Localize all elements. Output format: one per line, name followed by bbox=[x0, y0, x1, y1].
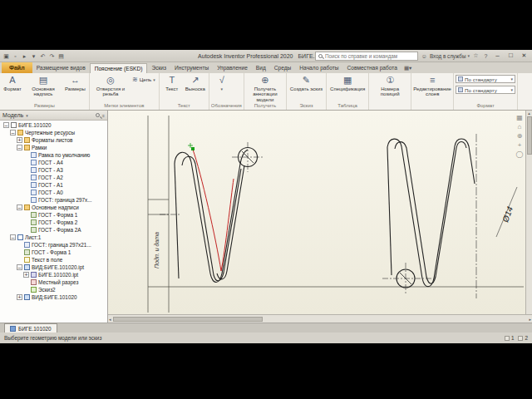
collapse-icon[interactable]: – bbox=[10, 234, 16, 240]
create-sketch-button[interactable]: ✎Создать эскиз bbox=[288, 74, 324, 103]
tree-item[interactable]: –Рамки bbox=[2, 144, 107, 151]
browser-search-icon[interactable] bbox=[96, 113, 100, 117]
dimension-button[interactable]: ↔Размеры bbox=[63, 74, 87, 103]
tab-annotate-eskd[interactable]: Пояснение (ESKD) bbox=[90, 63, 148, 73]
surface-texture-button[interactable]: √▾ bbox=[211, 74, 233, 103]
tree-item[interactable]: –Чертежные ресурсы bbox=[2, 129, 107, 136]
collapse-icon[interactable]: – bbox=[10, 130, 16, 135]
tree-item[interactable]: –ВИД:БИГЕ.101020.ipt bbox=[2, 264, 107, 271]
tab-sketch[interactable]: Эскиз bbox=[147, 63, 170, 73]
layer-select[interactable]: По стандарту▾ bbox=[456, 75, 515, 83]
sign-in-button[interactable]: ☺ Вход в службы ▾ bbox=[421, 53, 470, 59]
tree-item[interactable]: ГОСТ: граница 297x21... bbox=[2, 241, 107, 249]
tree-item[interactable]: –Лист:1 bbox=[2, 234, 107, 241]
ribbon-group-buttons: ◎Отверстия и резьба≋Цепь▾ bbox=[91, 74, 157, 103]
tab-place-views[interactable]: Размещение видов bbox=[32, 63, 90, 73]
horizontal-scroll-thumb[interactable] bbox=[113, 317, 263, 322]
maximize-button[interactable]: □ bbox=[505, 51, 516, 61]
tree-item[interactable]: +ВИД:БИГЕ.101020 bbox=[2, 293, 107, 301]
tree-item[interactable]: ГОСТ - A0 bbox=[2, 189, 107, 196]
new-file-icon[interactable]: ▫ bbox=[12, 51, 19, 62]
tree-item[interactable]: –Основные надписи bbox=[2, 204, 107, 211]
sketch-point[interactable] bbox=[188, 143, 195, 150]
tree-item[interactable]: ГОСТ - A1 bbox=[2, 181, 107, 189]
help-icon[interactable]: ? bbox=[482, 53, 490, 59]
tree-item[interactable]: ГОСТ - Форма 1 bbox=[2, 211, 107, 219]
expand-icon[interactable]: + bbox=[17, 294, 22, 300]
tree-item[interactable]: Местный разрез bbox=[2, 278, 107, 286]
browser-menu-icon[interactable]: ≡ bbox=[102, 113, 105, 118]
spring-right-view[interactable] bbox=[387, 139, 475, 288]
tree-item[interactable]: ГОСТ - A3 bbox=[2, 166, 107, 174]
tree-item[interactable]: ГОСТ - A4 bbox=[2, 159, 107, 166]
scroll-right-icon[interactable]: ▸ bbox=[529, 317, 531, 322]
tree-item[interactable]: ГОСТ: граница 297x... bbox=[2, 196, 107, 204]
edit-layers-button[interactable]: ≡Редактирование слоев bbox=[413, 74, 451, 103]
ribbon-overflow-icon[interactable]: ▦▾ bbox=[404, 63, 411, 73]
tree-item[interactable]: ГОСТ - Форма 2 bbox=[2, 219, 107, 226]
page-indicator-1[interactable]: 1 bbox=[505, 335, 515, 341]
save-icon[interactable]: ▾ bbox=[30, 51, 37, 62]
pan-icon[interactable]: + bbox=[518, 141, 522, 149]
expand-icon[interactable]: + bbox=[23, 272, 29, 278]
balloon-button[interactable]: ①Номера позиций bbox=[371, 74, 409, 103]
spring-left-view[interactable] bbox=[175, 148, 258, 283]
tab-get-started[interactable]: Начало работы bbox=[295, 63, 342, 73]
retrieve-annotations-button[interactable]: ⊕Получить аннотации модели bbox=[246, 74, 284, 103]
vertical-scrollbar[interactable]: ▴ bbox=[525, 111, 532, 314]
tree-item[interactable]: –БИГЕ.101020 bbox=[2, 121, 107, 129]
tree-item[interactable]: +Форматы листов bbox=[2, 136, 107, 144]
tree-item[interactable]: ГОСТ - Форма 1 bbox=[2, 249, 107, 256]
undo-icon[interactable]: ↶ bbox=[39, 51, 47, 62]
tree-item[interactable]: Эскиз2 bbox=[2, 286, 107, 293]
tree-item[interactable]: Рамка по умолчанию bbox=[2, 151, 107, 159]
titleblock-button[interactable]: ▤Основная надпись bbox=[24, 74, 62, 103]
hole-thread-button[interactable]: ◎Отверстия и резьба bbox=[91, 74, 130, 103]
browser-dropdown-icon[interactable]: ▾ bbox=[26, 113, 28, 118]
tree-item[interactable]: ГОСТ - Форма 2А bbox=[2, 226, 107, 234]
scroll-up-icon[interactable]: ▴ bbox=[528, 111, 530, 116]
horizontal-scrollbar[interactable]: ◂ ▸ bbox=[108, 314, 532, 323]
chain-dimension-button[interactable]: ≋Цепь▾ bbox=[131, 74, 157, 84]
tab-view[interactable]: Вид bbox=[252, 63, 270, 73]
tree-item[interactable]: ГОСТ - A2 bbox=[2, 174, 107, 181]
open-file-icon[interactable]: ▸ bbox=[21, 51, 28, 62]
orbit-icon[interactable]: ◯ bbox=[516, 150, 524, 158]
style-select[interactable]: По стандарту▾ bbox=[456, 86, 515, 94]
collapse-icon[interactable]: – bbox=[17, 264, 22, 270]
help-search-input[interactable]: Поиск по справке и командам bbox=[315, 52, 418, 61]
minimize-button[interactable]: – bbox=[492, 51, 503, 61]
collapse-icon[interactable]: – bbox=[17, 145, 22, 150]
print-icon[interactable]: ▤ bbox=[57, 51, 65, 62]
tab-collaborate[interactable]: Совместная работа bbox=[343, 63, 401, 73]
format-button[interactable]: AФормат bbox=[2, 74, 23, 103]
expand-icon[interactable]: + bbox=[17, 137, 22, 143]
tree-item[interactable]: Текст в поле bbox=[2, 256, 107, 264]
favorites-icon[interactable]: ☆ bbox=[472, 52, 480, 59]
navbar-cube-icon[interactable]: ▦ bbox=[516, 114, 523, 121]
redo-icon[interactable]: ↷ bbox=[48, 51, 56, 62]
scroll-left-icon[interactable]: ◂ bbox=[109, 317, 111, 322]
diameter-dimension[interactable]: Ø14 bbox=[496, 187, 517, 237]
parts-list-button[interactable]: ▦Спецификация bbox=[328, 74, 367, 103]
active-sketch-spline[interactable] bbox=[193, 150, 234, 271]
tree-item[interactable]: +БИГЕ.101020.ipt bbox=[2, 271, 107, 278]
close-button[interactable]: ✕ bbox=[519, 51, 530, 61]
document-tab[interactable]: БИГЕ.101020 bbox=[4, 323, 57, 332]
text-button[interactable]: TТекст bbox=[161, 74, 183, 103]
dimension-button-label: Размеры bbox=[65, 86, 86, 91]
file-menu-button[interactable]: Файл bbox=[2, 62, 32, 73]
collapse-icon[interactable]: – bbox=[17, 204, 22, 210]
tab-manage[interactable]: Управление bbox=[213, 63, 252, 73]
home-icon[interactable]: ⌂ bbox=[518, 123, 522, 131]
tab-tools[interactable]: Инструменты bbox=[170, 63, 213, 73]
zoom-icon[interactable]: ⊕ bbox=[517, 132, 523, 140]
app-menu-icon[interactable]: ▣ bbox=[2, 51, 10, 62]
vertical-scroll-thumb[interactable] bbox=[527, 116, 532, 155]
tree-item-label: ВИД:БИГЕ.101020.ipt bbox=[32, 264, 84, 270]
collapse-icon[interactable]: – bbox=[3, 122, 9, 128]
tab-environments[interactable]: Среды bbox=[270, 63, 296, 73]
page-indicator-2[interactable]: 2 bbox=[518, 335, 528, 341]
leader-text-button[interactable]: ↗Выноска bbox=[184, 74, 207, 103]
drawing-canvas[interactable]: Подп. и дата bbox=[108, 111, 525, 314]
